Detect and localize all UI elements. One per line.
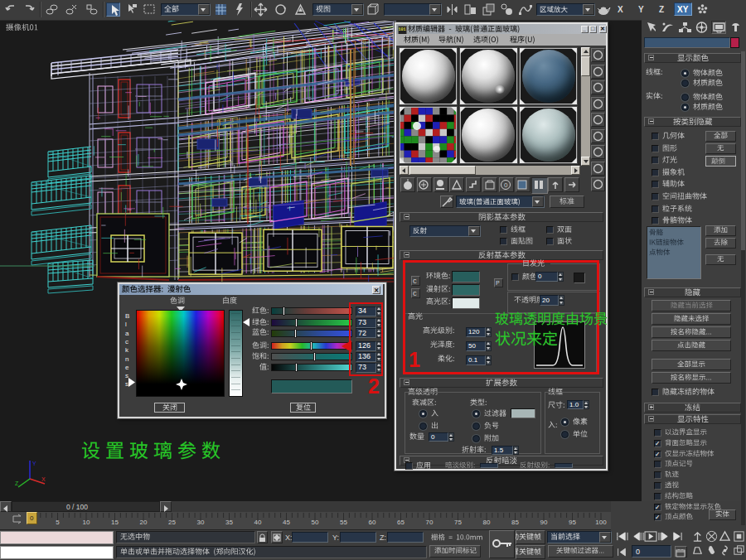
svg-text:0: 0 bbox=[504, 181, 508, 189]
svg-text:Z: Z bbox=[15, 480, 19, 486]
svg-text:Y: Y bbox=[32, 461, 36, 466]
svg-text:X: X bbox=[41, 476, 46, 482]
